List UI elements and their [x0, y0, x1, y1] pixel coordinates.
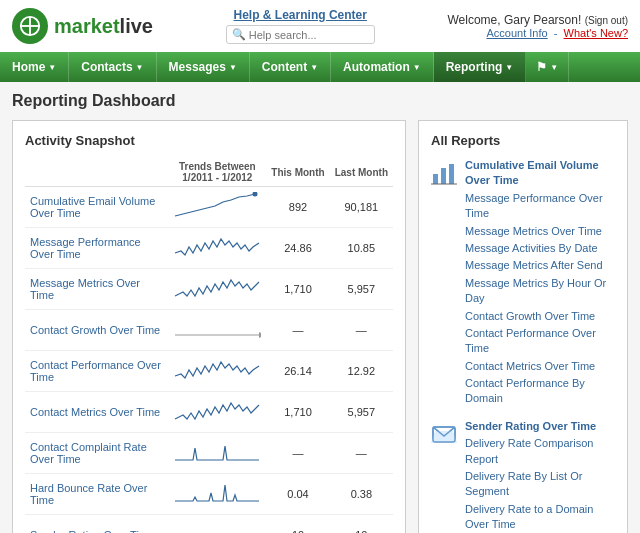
nav-flag-arrow: ▼: [550, 63, 558, 72]
row-label[interactable]: Hard Bounce Rate Over Time: [25, 474, 168, 515]
row-sparkline: [168, 310, 266, 351]
row-label[interactable]: Message Metrics Over Time: [25, 269, 168, 310]
row-last-month: 5,957: [330, 392, 393, 433]
logo-text: marketlive: [54, 15, 153, 38]
table-row: Contact Growth Over Time——: [25, 310, 393, 351]
nav-automation-arrow: ▼: [413, 63, 421, 72]
table-row: Contact Performance Over Time26.1412.92: [25, 351, 393, 392]
report-links-0: Cumulative Email Volume Over TimeMessage…: [465, 158, 615, 407]
report-link-0-3[interactable]: Message Activities By Date: [465, 241, 615, 256]
svg-rect-9: [441, 168, 446, 184]
report-links-1: Sender Rating Over TimeDelivery Rate Com…: [465, 419, 615, 533]
table-row: Message Performance Over Time24.8610.85: [25, 228, 393, 269]
row-last-month: —: [330, 433, 393, 474]
row-this-month: 10: [266, 515, 329, 534]
row-last-month: 0.38: [330, 474, 393, 515]
help-link[interactable]: Help & Learning Center: [234, 8, 367, 22]
report-icon-chart: [431, 160, 457, 186]
row-label[interactable]: Contact Metrics Over Time: [25, 392, 168, 433]
user-info: Welcome, Gary Pearson! (Sign out) Accoun…: [447, 13, 628, 39]
row-this-month: 892: [266, 187, 329, 228]
table-row: Cumulative Email Volume Over Time89290,1…: [25, 187, 393, 228]
row-last-month: 5,957: [330, 269, 393, 310]
activity-snapshot: Activity Snapshot Trends Between 1/2011 …: [12, 120, 406, 533]
account-links: Account Info - What's New?: [447, 27, 628, 39]
nav-home-arrow: ▼: [48, 63, 56, 72]
nav-contacts[interactable]: Contacts ▼: [69, 52, 156, 82]
account-info-link[interactable]: Account Info: [487, 27, 548, 39]
logo-market: market: [54, 15, 120, 37]
report-group-1: Sender Rating Over TimeDelivery Rate Com…: [431, 419, 615, 533]
row-label[interactable]: Sender Rating Over Time: [25, 515, 168, 534]
report-link-1-0[interactable]: Sender Rating Over Time: [465, 419, 615, 434]
table-row: Hard Bounce Rate Over Time0.040.38: [25, 474, 393, 515]
report-link-0-4[interactable]: Message Metrics After Send: [465, 258, 615, 273]
col-trends: Trends Between 1/2011 - 1/2012: [168, 158, 266, 187]
row-sparkline: [168, 228, 266, 269]
logo-live: live: [120, 15, 153, 37]
report-link-0-5[interactable]: Message Metrics By Hour Or Day: [465, 276, 615, 307]
search-input[interactable]: [249, 29, 369, 41]
all-reports-title: All Reports: [431, 133, 615, 148]
row-sparkline: [168, 433, 266, 474]
help-section: Help & Learning Center 🔍: [226, 8, 375, 44]
report-link-0-1[interactable]: Message Performance Over Time: [465, 191, 615, 222]
svg-rect-8: [433, 174, 438, 184]
row-this-month: 1,710: [266, 392, 329, 433]
row-label[interactable]: Message Performance Over Time: [25, 228, 168, 269]
dashboard-layout: Activity Snapshot Trends Between 1/2011 …: [12, 120, 628, 533]
row-this-month: 24.86: [266, 228, 329, 269]
row-sparkline: [168, 187, 266, 228]
sign-out-link[interactable]: (Sign out): [585, 15, 628, 26]
row-label[interactable]: Contact Performance Over Time: [25, 351, 168, 392]
activity-snapshot-title: Activity Snapshot: [25, 133, 393, 148]
whats-new-link[interactable]: What's New?: [564, 27, 628, 39]
report-link-0-0[interactable]: Cumulative Email Volume Over Time: [465, 158, 615, 189]
row-label[interactable]: Contact Complaint Rate Over Time: [25, 433, 168, 474]
report-link-0-9[interactable]: Contact Performance By Domain: [465, 376, 615, 407]
all-reports: All Reports Cumulative Email Volume Over…: [418, 120, 628, 533]
nav-automation[interactable]: Automation ▼: [331, 52, 434, 82]
report-link-1-1[interactable]: Delivery Rate Comparison Report: [465, 436, 615, 467]
row-sparkline: [168, 392, 266, 433]
search-icon: 🔍: [232, 28, 246, 41]
report-link-0-2[interactable]: Message Metrics Over Time: [465, 224, 615, 239]
report-link-1-2[interactable]: Delivery Rate By List Or Segment: [465, 469, 615, 500]
nav-flag[interactable]: ⚑ ▼: [526, 52, 569, 82]
col-label: [25, 158, 168, 187]
row-sparkline: [168, 351, 266, 392]
row-last-month: 10: [330, 515, 393, 534]
nav-content[interactable]: Content ▼: [250, 52, 331, 82]
report-link-0-7[interactable]: Contact Performance Over Time: [465, 326, 615, 357]
nav-home[interactable]: Home ▼: [0, 52, 69, 82]
nav-reporting[interactable]: Reporting ▼: [434, 52, 527, 82]
col-this-month: This Month: [266, 158, 329, 187]
row-last-month: 12.92: [330, 351, 393, 392]
row-label[interactable]: Contact Growth Over Time: [25, 310, 168, 351]
table-row: Contact Metrics Over Time1,7105,957: [25, 392, 393, 433]
page-title: Reporting Dashboard: [12, 92, 628, 110]
row-sparkline: [168, 269, 266, 310]
report-link-1-3[interactable]: Delivery Rate to a Domain Over Time: [465, 502, 615, 533]
report-link-0-6[interactable]: Contact Growth Over Time: [465, 309, 615, 324]
top-header: marketlive Help & Learning Center 🔍 Welc…: [0, 0, 640, 52]
row-last-month: 90,181: [330, 187, 393, 228]
table-row: Sender Rating Over Time1010: [25, 515, 393, 534]
table-row: Message Metrics Over Time1,7105,957: [25, 269, 393, 310]
logo-icon: [12, 8, 48, 44]
row-this-month: 0.04: [266, 474, 329, 515]
report-icon-envelope: [431, 421, 457, 447]
row-sparkline: [168, 515, 266, 534]
col-last-month: Last Month: [330, 158, 393, 187]
snapshot-table: Trends Between 1/2011 - 1/2012 This Mont…: [25, 158, 393, 533]
row-this-month: 26.14: [266, 351, 329, 392]
report-link-0-8[interactable]: Contact Metrics Over Time: [465, 359, 615, 374]
row-this-month: —: [266, 310, 329, 351]
row-this-month: 1,710: [266, 269, 329, 310]
nav-messages[interactable]: Messages ▼: [157, 52, 250, 82]
row-sparkline: [168, 474, 266, 515]
search-box[interactable]: 🔍: [226, 25, 375, 44]
nav-messages-arrow: ▼: [229, 63, 237, 72]
row-label[interactable]: Cumulative Email Volume Over Time: [25, 187, 168, 228]
svg-marker-5: [259, 332, 261, 338]
